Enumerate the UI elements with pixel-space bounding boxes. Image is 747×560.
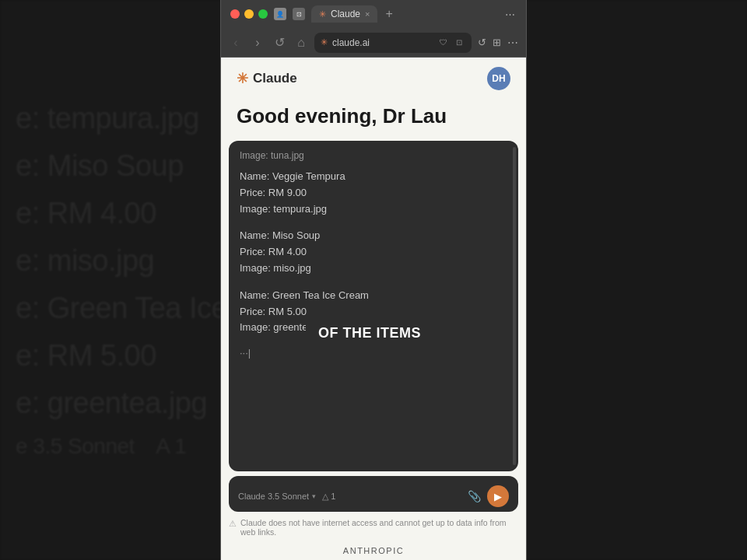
tab-close-btn[interactable]: × [365, 9, 370, 19]
image-header: Image: tuna.jpg [240, 150, 507, 161]
title-bar: 👤 ⊡ ✳ Claude × + ⋯ [221, 0, 526, 28]
input-box[interactable]: Claude 3.5 Sonnet ▾ △ 1 📎 ▶ [229, 476, 518, 512]
sync-icon[interactable]: ↺ [476, 35, 488, 50]
menu-icon[interactable]: ⋯ [503, 7, 517, 22]
thinking-dots: ···| [240, 347, 507, 359]
model-name: Claude 3.5 Sonnet [238, 492, 309, 501]
model-chevron-icon: ▾ [312, 492, 316, 500]
item2-name: Name: Miso Soup [240, 228, 507, 244]
item2-price: Price: RM 4.00 [240, 244, 507, 261]
warning-message: Claude does not have internet access and… [240, 518, 518, 537]
forward-button[interactable]: › [249, 34, 266, 51]
address-text: claude.ai [332, 37, 433, 48]
claude-app: ✳ Claude DH Good evening, Dr Lau Image: … [221, 58, 526, 560]
send-button[interactable]: ▶ [487, 485, 509, 507]
claude-asterisk-icon: ✳ [237, 70, 248, 87]
item3-name: Name: Green Tea Ice Cream [240, 288, 507, 304]
bookmark-icon: ⊡ [453, 37, 465, 49]
toolbar-right: 📎 ▶ [468, 485, 509, 507]
item1-price: Price: RM 9.00 [240, 185, 507, 201]
site-icon: ✳ [321, 37, 328, 47]
new-tab-btn[interactable]: + [385, 7, 392, 21]
address-badges: 🛡 ⊡ [437, 37, 465, 49]
claude-logo: ✳ Claude [237, 70, 297, 87]
warning-icon: ⚠ [229, 519, 237, 529]
split-icon[interactable]: ⊞ [491, 35, 503, 50]
tab-label: Claude [331, 9, 360, 19]
bookmark-favicon: ⊡ [293, 8, 305, 20]
menu-item-3: Name: Green Tea Ice Cream Price: RM 5.00… [240, 288, 507, 336]
home-button[interactable]: ⌂ [293, 34, 310, 51]
model-selector[interactable]: Claude 3.5 Sonnet ▾ [238, 492, 316, 501]
reload-button[interactable]: ↺ [271, 34, 288, 51]
token-number: 1 [331, 492, 335, 501]
item3-price: Price: RM 5.00 [240, 304, 507, 320]
active-tab[interactable]: ✳ Claude × [311, 5, 377, 23]
greeting-text: Good evening, Dr Lau [221, 96, 526, 141]
claude-logo-text: Claude [253, 71, 297, 86]
item1-image: Image: tempura.jpg [240, 201, 507, 218]
item1-name: Name: Veggie Tempura [240, 169, 507, 185]
attach-button[interactable]: 📎 [468, 490, 481, 502]
anthropic-footer: ANTHROPIC [221, 541, 526, 560]
shield-icon: 🛡 [437, 37, 450, 49]
warning-bar: ⚠ Claude does not have internet access a… [221, 515, 526, 541]
token-icon: △ [322, 492, 328, 502]
nav-icons: ⋯ [503, 7, 517, 22]
address-bar[interactable]: ✳ claude.ai 🛡 ⊡ [314, 33, 472, 53]
more-icon[interactable]: ⋯ [506, 35, 520, 51]
maximize-button[interactable] [258, 9, 268, 19]
traffic-lights [230, 9, 268, 19]
claude-header: ✳ Claude DH [221, 58, 526, 96]
footer-text: ANTHROPIC [343, 546, 404, 555]
toolbar-icons: ↺ ⊞ ⋯ [476, 35, 520, 51]
back-button[interactable]: ‹ [227, 34, 244, 51]
browser-window: 👤 ⊡ ✳ Claude × + ⋯ ‹ › ↺ ⌂ ✳ claude.ai 🛡… [220, 0, 527, 560]
message-box[interactable]: Image: tuna.jpg Name: Veggie Tempura Pri… [229, 141, 518, 471]
item3-image: Image: greentea.jpg [240, 320, 507, 336]
right-overlay [527, 0, 747, 560]
minimize-button[interactable] [244, 9, 254, 19]
input-toolbar: Claude 3.5 Sonnet ▾ △ 1 📎 ▶ [238, 485, 509, 507]
menu-item-1: Name: Veggie Tempura Price: RM 9.00 Imag… [240, 169, 507, 217]
user-avatar[interactable]: DH [487, 67, 510, 90]
profile-favicon: 👤 [274, 8, 286, 20]
menu-item-2: Name: Miso Soup Price: RM 4.00 Image: mi… [240, 228, 507, 276]
chat-area: Image: tuna.jpg Name: Veggie Tempura Pri… [221, 141, 526, 471]
item2-image: Image: miso.jpg [240, 261, 507, 277]
close-button[interactable] [230, 9, 240, 19]
input-area: Claude 3.5 Sonnet ▾ △ 1 📎 ▶ [221, 471, 526, 515]
warning-text: ⚠ Claude does not have internet access a… [229, 518, 518, 537]
left-overlay [0, 0, 220, 560]
scrollbar[interactable] [513, 147, 516, 465]
tab-favicon: ✳ [319, 9, 326, 19]
token-count: △ 1 [322, 492, 335, 502]
address-bar-row: ‹ › ↺ ⌂ ✳ claude.ai 🛡 ⊡ ↺ ⊞ ⋯ [221, 28, 526, 58]
